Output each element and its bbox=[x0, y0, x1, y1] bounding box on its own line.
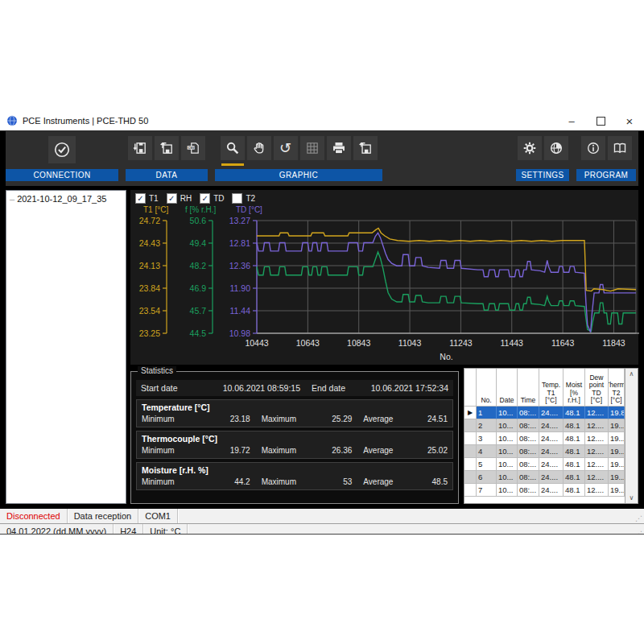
cell-no: 5 bbox=[477, 458, 497, 471]
avg-value: 25.02 bbox=[398, 446, 448, 455]
app-window: PCE Instruments | PCE-THD 50 – × CONNECT… bbox=[0, 111, 644, 535]
table-row[interactable]: 4 10... 08:... 24.... 48.1 12.... 19.... bbox=[464, 445, 625, 458]
data-table-panel: No. Date Time Temp. T1 [°C] Moist [% r.H… bbox=[464, 368, 638, 504]
load-floppy-icon bbox=[159, 141, 174, 155]
checkbox-td[interactable]: ✓ TD bbox=[200, 192, 224, 204]
cell-date: 10... bbox=[497, 458, 518, 471]
save-data-button[interactable] bbox=[128, 136, 152, 160]
window-title: PCE Instruments | PCE-THD 50 bbox=[23, 116, 148, 126]
cell-date: 10... bbox=[497, 419, 518, 432]
svg-text:24.13: 24.13 bbox=[139, 261, 160, 270]
cell-moist: 48.1 bbox=[564, 471, 585, 484]
load-data-button[interactable] bbox=[155, 136, 179, 160]
header-dewpoint[interactable]: Dew point TD [°C] bbox=[585, 369, 609, 407]
statistics-date-row: Start date 10.06.2021 08:59:15 End date … bbox=[136, 380, 453, 396]
pan-tool-button[interactable] bbox=[247, 136, 271, 160]
checkbox-td-label: TD bbox=[213, 194, 224, 203]
statistics-section-temperature: Temperature [°C] Minimum 23.18 Maximum 2… bbox=[136, 399, 453, 427]
table-row[interactable]: 2 10... 08:... 24.... 48.1 12.... 19.... bbox=[464, 419, 625, 432]
header-selector bbox=[464, 369, 477, 407]
section-title: Thermocouple [°C] bbox=[137, 431, 452, 444]
min-label: Minimum bbox=[142, 446, 201, 455]
checkbox-rh[interactable]: ✓ RH bbox=[167, 192, 192, 204]
info-button[interactable] bbox=[581, 136, 605, 160]
avg-value: 24.51 bbox=[398, 415, 448, 423]
statistics-section-moisture: Moisture [r.H. %] Minimum 44.2 Maximum 5… bbox=[136, 462, 453, 490]
close-button[interactable]: × bbox=[615, 111, 644, 130]
svg-text:44.5: 44.5 bbox=[190, 328, 207, 338]
svg-text:CSV: CSV bbox=[188, 147, 194, 150]
svg-text:49.4: 49.4 bbox=[190, 238, 207, 248]
scroll-down-icon[interactable]: ∨ bbox=[630, 494, 634, 502]
svg-text:23.84: 23.84 bbox=[139, 283, 160, 293]
series-checkbox-row: ✓ T1 ✓ RH ✓ TD T2 bbox=[130, 190, 638, 204]
group-label-connection: CONNECTION bbox=[6, 169, 118, 181]
print-graph-button[interactable] bbox=[327, 136, 351, 160]
resize-grip-icon[interactable]: ⋰ bbox=[635, 509, 644, 523]
min-value: 23.18 bbox=[201, 415, 250, 423]
cell-time: 08:... bbox=[518, 407, 539, 419]
svg-text:10.98: 10.98 bbox=[229, 328, 250, 338]
table-row[interactable]: 6 10... 08:... 24.... 48.1 12.... 19.... bbox=[464, 471, 625, 484]
language-button[interactable] bbox=[544, 136, 568, 160]
cell-time: 08:... bbox=[518, 458, 539, 471]
table-scrollbar[interactable]: ∧ ∨ bbox=[625, 369, 638, 503]
end-date-value: 10.06.2021 17:52:34 bbox=[352, 383, 448, 393]
scroll-up-icon[interactable]: ∧ bbox=[630, 370, 634, 378]
zoom-tool-button[interactable] bbox=[221, 136, 245, 160]
cell-no: 1 bbox=[477, 407, 497, 419]
table-row[interactable]: 7 10... 08:... 24.... 48.1 12.... 19.... bbox=[464, 484, 625, 497]
header-no[interactable]: No. bbox=[477, 369, 497, 407]
cell-dew: 12.... bbox=[585, 484, 609, 497]
max-label: Maximum bbox=[250, 446, 303, 455]
data-reception-status: Data reception bbox=[68, 509, 139, 523]
status-bar-bottom: 04.01.2022 (dd.MM.yyyy) H24 Unit: °C ⋰ bbox=[0, 523, 644, 535]
cell-therm: 19.... bbox=[609, 471, 625, 484]
reset-view-button[interactable]: ↺ bbox=[274, 136, 298, 160]
tree-item-dataset[interactable]: – 2021-10-12_09_17_35 bbox=[8, 193, 124, 204]
section-title: Moisture [r.H. %] bbox=[137, 463, 452, 476]
connect-button[interactable] bbox=[48, 136, 76, 163]
cell-therm: 19.8 bbox=[609, 407, 625, 419]
max-value: 26.36 bbox=[303, 446, 353, 455]
clock-format-status: H24 bbox=[114, 524, 143, 535]
header-temp-t1[interactable]: Temp. T1 [°C] bbox=[539, 369, 564, 407]
min-label: Minimum bbox=[142, 477, 201, 486]
row-pointer-icon: ▶ bbox=[468, 409, 473, 416]
svg-text:12.36: 12.36 bbox=[229, 261, 250, 270]
resize-grip-icon[interactable]: ⋰ bbox=[635, 524, 644, 535]
export-csv-button[interactable]: CSV bbox=[181, 136, 205, 160]
cell-dew: 12.... bbox=[585, 432, 609, 445]
maximize-button[interactable] bbox=[586, 111, 615, 130]
checkbox-t2[interactable]: T2 bbox=[232, 192, 255, 204]
header-moist[interactable]: Moist [% r.H.] bbox=[564, 369, 585, 407]
header-therm-t2[interactable]: Therm. T2 [°C] bbox=[609, 369, 625, 407]
max-label: Maximum bbox=[250, 415, 303, 423]
cell-no: 3 bbox=[477, 432, 497, 445]
grid-toggle-button[interactable] bbox=[300, 136, 324, 160]
start-date-value: 10.06.2021 08:59:15 bbox=[204, 383, 300, 393]
table-row[interactable]: 3 10... 08:... 24.... 48.1 12.... 19.... bbox=[464, 432, 625, 445]
group-label-program: PROGRAM bbox=[576, 169, 636, 181]
table-row[interactable]: ▶ 1 10... 08:... 24.... 48.1 12.... 19.8 bbox=[464, 407, 625, 419]
cell-temp: 24.... bbox=[539, 407, 564, 419]
header-time[interactable]: Time bbox=[518, 369, 539, 407]
chart-plot[interactable]: 24.7224.4324.1323.8423.5423.2550.649.448… bbox=[130, 216, 642, 365]
svg-text:11843: 11843 bbox=[602, 338, 625, 348]
svg-text:13.27: 13.27 bbox=[229, 216, 250, 225]
cell-moist: 48.1 bbox=[564, 458, 585, 471]
cell-temp: 24.... bbox=[539, 471, 564, 484]
table-row[interactable]: 5 10... 08:... 24.... 48.1 12.... 19.... bbox=[464, 458, 625, 471]
cell-time: 08:... bbox=[518, 432, 539, 445]
settings-button[interactable] bbox=[518, 136, 542, 160]
checkbox-t1[interactable]: ✓ T1 bbox=[135, 192, 159, 204]
manual-button[interactable] bbox=[608, 136, 632, 160]
header-date[interactable]: Date bbox=[497, 369, 518, 407]
cell-date: 10... bbox=[497, 445, 518, 458]
book-icon bbox=[613, 141, 627, 155]
minimize-button[interactable]: – bbox=[557, 111, 586, 130]
svg-text:23.25: 23.25 bbox=[139, 328, 160, 338]
cell-temp: 24.... bbox=[539, 445, 564, 458]
save-graph-button[interactable] bbox=[353, 136, 378, 160]
cell-therm: 19.... bbox=[609, 458, 625, 471]
